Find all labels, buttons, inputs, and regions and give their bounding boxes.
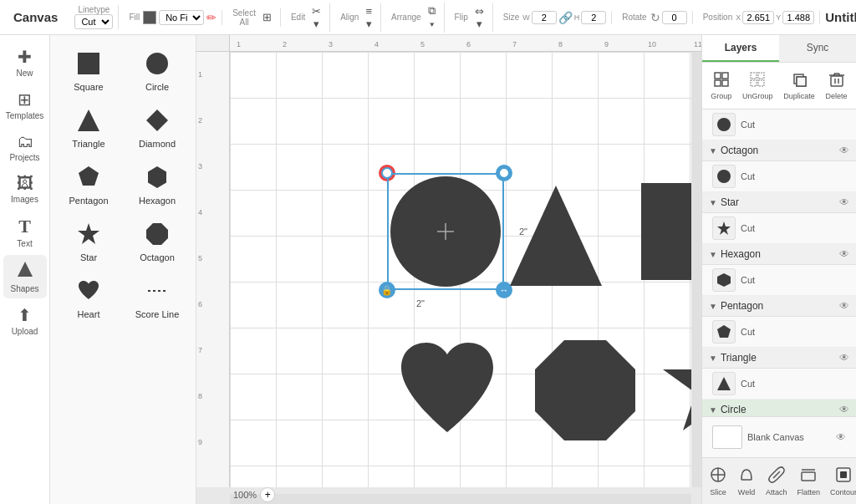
rotate-input[interactable] [662,11,687,24]
shape-pentagon[interactable]: Pentagon [59,157,119,209]
group-tool[interactable]: Group [706,68,736,104]
width-input[interactable] [532,11,557,24]
layer-header-octagon[interactable]: ▼ Octagon 👁 [702,140,856,161]
lock-ratio-icon[interactable]: 🔗 [558,11,573,24]
layer-header-hexagon[interactable]: ▼ Hexagon 👁 [702,244,856,265]
layer-item-top-cut[interactable]: Cut [702,109,856,140]
selected-circle-container[interactable]: ✕ ↻ 🔒 [387,173,504,290]
fill-select[interactable]: No Fill [159,10,204,25]
svg-marker-7 [78,223,99,244]
sidebar-item-templates-label: Templates [6,111,44,120]
x-input[interactable] [742,11,774,24]
sidebar-item-text[interactable]: T Text [3,211,47,253]
sidebar-item-upload[interactable]: ⬆ Upload [3,300,47,341]
height-input[interactable] [581,11,606,24]
ruler-vertical: 1 2 3 4 5 6 7 8 9 [196,52,230,487]
shape-diamond[interactable]: Diamond [127,100,187,152]
layer-header-circle[interactable]: ▼ Circle 👁 [702,400,856,416]
canvas-heart[interactable] [393,336,502,447]
shape-octagon-label: Octagon [140,252,175,262]
star-visibility-icon[interactable]: 👁 [839,196,849,208]
sidebar-item-shapes[interactable]: Shapes [3,255,47,298]
blank-canvas-section: Blank Canvas 👁 [702,416,856,457]
weld-action[interactable]: Weld [732,463,761,499]
circle-arrow-icon: ▼ [709,405,717,415]
layer-header-triangle[interactable]: ▼ Triangle 👁 [702,348,856,369]
edit-fill-icon[interactable]: ✏ [206,11,217,24]
shapes-icon [16,260,34,283]
canvas-scroll[interactable]: ✕ ↻ 🔒 [230,52,691,487]
svg-text:2: 2 [283,40,287,48]
pentagon-group-name: Pentagon [721,300,836,312]
x-label: X [736,13,741,22]
tab-layers[interactable]: Layers [702,35,779,62]
triangle-canvas-svg [506,181,606,290]
scrollbar-horizontal[interactable] [230,494,691,504]
shape-triangle[interactable]: Triangle [59,100,119,152]
sidebar-item-projects[interactable]: 🗂 Projects [3,127,47,167]
shape-octagon[interactable]: Octagon [127,214,187,266]
shape-heart[interactable]: Heart [59,271,119,323]
align-button[interactable]: ≡ ▾ [362,3,375,32]
octagon-arrow-icon: ▼ [709,146,717,155]
canvas-octagon[interactable] [531,336,639,447]
svg-marker-35 [510,186,602,286]
circle-visibility-icon[interactable]: 👁 [839,404,849,415]
duplicate-tool[interactable]: Duplicate [778,68,820,104]
pentagon-arrow-icon: ▼ [709,302,717,311]
projects-icon: 🗂 [17,132,33,151]
flip-button[interactable]: ⇔ ▾ [471,3,487,32]
svg-text:4: 4 [374,40,379,48]
sidebar-item-templates[interactable]: ⊞ Templates [3,84,47,125]
linetype-select[interactable]: Cut [74,14,113,29]
flip-group: Flip ⇔ ▾ [450,3,493,32]
layer-item-triangle-cut[interactable]: Cut [702,369,856,400]
edit-button[interactable]: ✂ ▾ [308,3,324,32]
layer-header-pentagon[interactable]: ▼ Pentagon 👁 [702,296,856,317]
shape-square[interactable]: Square [59,43,119,95]
canvas-square[interactable] [639,181,691,284]
layer-item-pentagon-cut[interactable]: Cut [702,317,856,348]
attach-action[interactable]: Attach [761,463,792,499]
shape-circle[interactable]: Circle [127,43,187,95]
svg-marker-4 [146,109,168,131]
layer-group-star: ▼ Star 👁 Cut [702,192,856,244]
handle-tl[interactable] [381,167,393,179]
zoom-in-button[interactable]: + [260,487,275,502]
flatten-action[interactable]: Flatten [792,463,826,499]
layer-header-star[interactable]: ▼ Star 👁 [702,192,856,213]
pentagon-visibility-icon[interactable]: 👁 [839,300,849,312]
y-input[interactable] [782,11,814,24]
sidebar-item-new[interactable]: ✚ New [3,42,47,83]
fill-color-swatch[interactable] [143,11,156,24]
shape-hexagon[interactable]: Hexagon [127,157,187,209]
handle-tr[interactable] [498,167,510,179]
contour-action[interactable]: Contour [825,463,856,499]
shape-star[interactable]: Star [59,214,119,266]
canvas-triangle[interactable] [506,181,606,293]
select-all-button[interactable]: ⊞ [259,9,275,25]
hexagon-visibility-icon[interactable]: 👁 [839,248,849,260]
arrange-button[interactable]: ⧉ ▾ [425,3,439,33]
octagon-visibility-icon[interactable]: 👁 [839,145,849,156]
sidebar-item-images[interactable]: 🖼 Images [3,169,47,209]
star-arrow-icon: ▼ [709,198,717,207]
lock-handle[interactable]: 🔒 [379,282,395,298]
tab-sync[interactable]: Sync [779,35,856,62]
w-label: W [522,13,530,22]
attach-label: Attach [766,488,787,496]
delete-tool[interactable]: Delete [821,68,853,104]
layer-item-octagon-cut[interactable]: Cut [702,161,856,192]
svg-marker-38 [535,340,635,440]
layer-item-hexagon-cut[interactable]: Cut [702,265,856,296]
layer-item-star-cut[interactable]: Cut [702,213,856,244]
canvas-area: 1 2 3 4 5 6 7 8 9 10 11 12 13 1 2 3 4 [196,35,701,504]
blank-canvas-visibility-icon[interactable]: 👁 [836,431,846,443]
layer-cut-top-label: Cut [741,120,755,130]
triangle-visibility-icon[interactable]: 👁 [839,352,849,364]
ungroup-tool[interactable]: UnGroup [737,68,778,104]
scrollbar-vertical[interactable] [691,52,701,487]
canvas-star[interactable] [656,328,691,447]
slice-action[interactable]: Slice [704,463,732,499]
shape-scoreline[interactable]: Score Line [127,271,187,323]
